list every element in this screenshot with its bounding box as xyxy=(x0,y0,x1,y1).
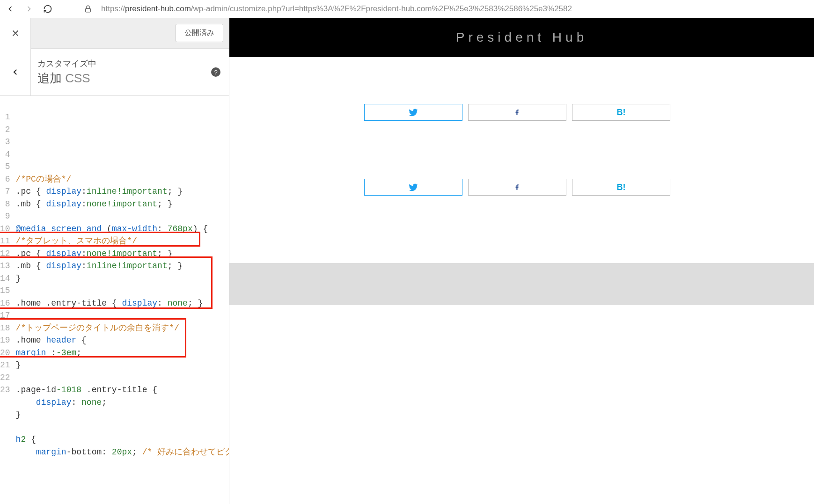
facebook-share-button[interactable] xyxy=(468,104,566,121)
back-icon[interactable] xyxy=(5,3,16,15)
preview-gray-section xyxy=(229,263,814,305)
address-bar[interactable]: https://president-hub.com/wp-admin/custo… xyxy=(101,4,572,14)
code-area[interactable]: /*PCの場合*/.pc { display:inline!important;… xyxy=(13,109,229,504)
section-title: 追加 CSS xyxy=(37,70,205,87)
site-title: President Hub xyxy=(456,30,587,45)
hatena-share-button[interactable]: B! xyxy=(572,179,670,196)
section-back-button[interactable] xyxy=(0,49,31,95)
url-prefix: https:// xyxy=(101,4,125,13)
url-host: president-hub.com xyxy=(125,4,191,13)
preview-pane: President Hub B! xyxy=(229,18,814,504)
line-gutter: 1234567891011121314151617181920212223 xyxy=(0,109,13,504)
customizing-label: カスタマイズ中 xyxy=(37,58,205,69)
share-row-2: B! xyxy=(229,179,814,196)
url-path: /wp-admin/customize.php?url=https%3A%2F%… xyxy=(191,4,572,13)
twitter-share-button[interactable] xyxy=(364,179,462,196)
browser-toolbar: https://president-hub.com/wp-admin/custo… xyxy=(0,0,814,18)
twitter-share-button[interactable] xyxy=(364,104,462,121)
forward-icon[interactable] xyxy=(23,3,35,15)
lock-icon[interactable] xyxy=(82,3,94,15)
facebook-share-button[interactable] xyxy=(468,179,566,196)
site-header[interactable]: President Hub xyxy=(229,18,814,57)
reload-icon[interactable] xyxy=(42,3,53,15)
close-button[interactable] xyxy=(0,18,31,49)
hatena-share-button[interactable]: B! xyxy=(572,104,670,121)
publish-button[interactable]: 公開済み xyxy=(176,24,223,42)
svg-rect-0 xyxy=(86,8,91,12)
css-editor[interactable]: 1234567891011121314151617181920212223 /*… xyxy=(0,109,229,504)
help-icon[interactable]: ? xyxy=(211,67,220,77)
customizer-sidebar: 公開済み カスタマイズ中 追加 CSS ? 123456789101112131… xyxy=(0,18,229,504)
share-row-1: B! xyxy=(229,104,814,121)
